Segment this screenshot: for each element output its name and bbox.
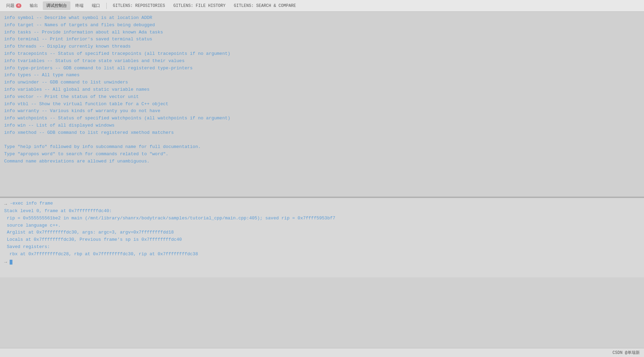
upper-output-line-20: Command name abbreviations are allowed i… [4, 158, 640, 165]
tab-output-label: 输出 [30, 3, 38, 9]
tab-ports[interactable]: 端口 [88, 1, 104, 10]
tab-divider-1 [106, 3, 107, 9]
lower-output-block: Stack level 0, frame at 0x7ffffffffdc40:… [4, 208, 640, 258]
upper-output-line-8: info types -- All type names [4, 72, 640, 79]
upper-output-line-1: info target -- Names of targets and file… [4, 22, 640, 29]
tab-terminal[interactable]: 终端 [72, 1, 87, 10]
tab-problems[interactable]: 问题 4 [3, 1, 25, 10]
tab-debug-console[interactable]: 调试控制台 [43, 1, 70, 10]
tab-gitlens-search-label: GITLENS: SEARCH & COMPARE [234, 3, 296, 8]
lower-output-panel: → -exec info frame Stack level 0, frame … [0, 198, 644, 277]
upper-output-line-7: info type-printers -- GDB command to lis… [4, 65, 640, 72]
lower-output-line-5: Saved registers: [4, 244, 640, 251]
tab-bar: 问题 4 输出 调试控制台 终端 端口 GITLENS: REPOSITORIE… [0, 0, 644, 12]
tab-gitlens-repos[interactable]: GITLENS: REPOSITORIES [109, 2, 168, 10]
cursor-block [10, 260, 12, 265]
tab-output[interactable]: 输出 [26, 1, 41, 10]
prompt-line: → -exec info frame [4, 201, 640, 207]
upper-output-line-14: info watchpoints -- Status of specified … [4, 115, 640, 122]
tab-ports-label: 端口 [92, 3, 100, 9]
upper-output-line-10: info variables -- All global and static … [4, 86, 640, 93]
tab-problems-badge: 4 [16, 3, 21, 8]
upper-output-line-12: info vtbl -- Show the virtual function t… [4, 101, 640, 108]
upper-output-line-19: Type "apropos word" to search for comman… [4, 151, 640, 158]
upper-output-line-0: info symbol -- Describe what symbol is a… [4, 14, 640, 22]
cursor-arrow-icon: → [4, 259, 7, 265]
lower-output-line-2: source language c++. [4, 222, 640, 229]
upper-output-line-16: info xmethod -- GDB command to list regi… [4, 129, 640, 137]
lower-output-line-1: rip = 0x555555561be2 in main (/mnt/libra… [4, 215, 640, 222]
status-bar: CSDN @单瑞新 [0, 348, 644, 357]
lower-output-line-6: rbx at 0x7ffffffffdc28, rbp at 0x7ffffff… [4, 251, 640, 258]
tab-gitlens-repos-label: GITLENS: REPOSITORIES [113, 3, 165, 8]
status-label: CSDN @单瑞新 [613, 350, 640, 356]
tab-debug-console-label: 调试控制台 [46, 3, 67, 9]
prompt-command: -exec info frame [10, 201, 53, 206]
tab-gitlens-history[interactable]: GITLENS: FILE HISTORY [170, 2, 229, 10]
lower-output-line-0: Stack level 0, frame at 0x7ffffffffdc40: [4, 208, 640, 215]
upper-output-line-6: info tvariables -- Status of trace state… [4, 58, 640, 65]
upper-output-lines: info symbol -- Describe what symbol is a… [4, 14, 640, 165]
tab-problems-label: 问题 [6, 3, 14, 9]
upper-output-line-2: info tasks -- Provide information about … [4, 29, 640, 36]
upper-output-line-5: info tracepoints -- Status of specified … [4, 50, 640, 58]
upper-output-panel: info symbol -- Describe what symbol is a… [0, 12, 644, 198]
tab-gitlens-history-label: GITLENS: FILE HISTORY [173, 3, 225, 8]
upper-output-line-15: info win -- List of all displayed window… [4, 122, 640, 129]
upper-output-line-13: info warranty -- Various kinds of warran… [4, 108, 640, 115]
upper-output-line-3: info terminal -- Print inferior's saved … [4, 36, 640, 43]
tab-gitlens-search[interactable]: GITLENS: SEARCH & COMPARE [230, 2, 299, 10]
tab-terminal-label: 终端 [75, 3, 84, 9]
lower-output-line-4: Locals at 0x7ffffffffdc30, Previous fram… [4, 236, 640, 244]
lower-output-lines: Stack level 0, frame at 0x7ffffffffdc40:… [4, 208, 640, 258]
upper-output-line-18: Type "help info" followed by info subcom… [4, 143, 640, 151]
upper-output-line-4: info threads -- Display currently known … [4, 43, 640, 50]
lower-output-line-3: Arglist at 0x7ffffffffdc30, args: argc=3… [4, 229, 640, 236]
upper-output-line-11: info vector -- Print the status of the v… [4, 93, 640, 101]
prompt-arrow-icon: → [4, 201, 7, 207]
upper-output-line-17 [4, 137, 640, 144]
upper-output-line-9: info unwinder -- GDB command to list unw… [4, 79, 640, 86]
cursor-input[interactable]: → [4, 259, 640, 265]
